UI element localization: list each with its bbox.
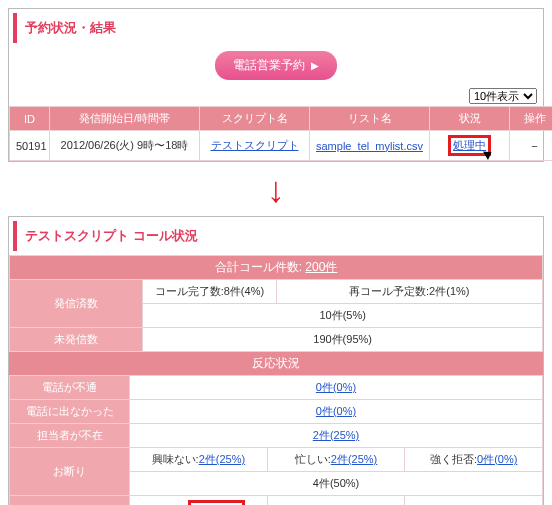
script-link[interactable]: テストスクリプト [211, 139, 299, 151]
r4a-link[interactable]: 2件(25%) [199, 453, 245, 465]
cell-op: − [510, 131, 553, 161]
list-link[interactable]: sample_tel_mylist.csv [316, 140, 423, 152]
col-id: ID [10, 107, 50, 131]
reserve-button[interactable]: 電話営業予約 [215, 51, 337, 80]
call-status-panel: テストスクリプト コール状況 合計コール件数: 200件 発信済数 コール完了数… [8, 216, 544, 505]
total-link[interactable]: 200件 [305, 260, 337, 274]
reservation-panel: 予約状況・結果 電話営業予約 10件表示 ID 発信開始日/時間帯 スクリプト名… [8, 8, 544, 162]
react-band: 反応状況 [9, 352, 543, 375]
cell-start: 2012/06/26(火) 9時〜18時 [50, 131, 200, 161]
section-title: テストスクリプト コール状況 [13, 221, 539, 251]
col-start: 発信開始日/時間帯 [50, 107, 200, 131]
react-table: 電話が不通0件(0%) 電話に出なかった0件(0%) 担当者が不在2件(25%)… [9, 375, 543, 505]
call-summary-table: 合計コール件数: 200件 発信済数 コール完了数:8件(4%) 再コール予定数… [9, 255, 543, 352]
row-undone: 未発信数 [10, 328, 143, 352]
col-status: 状況 [430, 107, 510, 131]
r4b-link[interactable]: 2件(25%) [331, 453, 377, 465]
r3-link[interactable]: 2件(25%) [313, 429, 359, 441]
row-done: 発信済数 [10, 280, 143, 328]
section-title: 予約状況・結果 [13, 13, 539, 43]
display-count-select[interactable]: 10件表示 [469, 88, 537, 104]
r2-link[interactable]: 0件(0%) [316, 405, 356, 417]
col-list: リスト名 [310, 107, 430, 131]
reservation-table: ID 発信開始日/時間帯 スクリプト名 リスト名 状況 操作 50191 201… [9, 106, 552, 161]
arrow-down-icon: ↓ [8, 172, 544, 208]
table-row: 50191 2012/06/26(火) 9時〜18時 テストスクリプト samp… [10, 131, 553, 161]
r1-link[interactable]: 0件(0%) [316, 381, 356, 393]
total-band: 合計コール件数: 200件 [10, 256, 543, 280]
col-script: スクリプト名 [200, 107, 310, 131]
col-op: 操作 [510, 107, 553, 131]
cell-id: 50191 [10, 131, 50, 161]
status-link[interactable]: 処理中 [453, 139, 486, 151]
r4c-link[interactable]: 0件(0%) [477, 453, 517, 465]
